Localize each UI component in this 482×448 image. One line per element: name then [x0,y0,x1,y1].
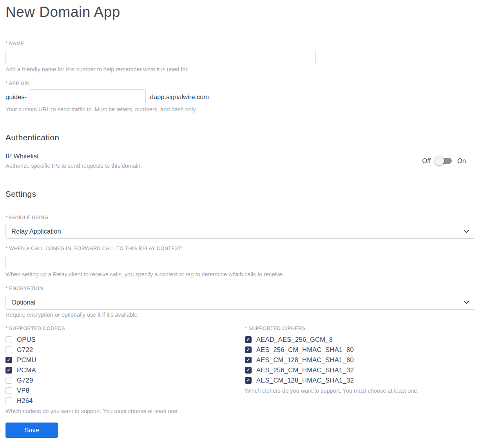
checkbox-checked-icon[interactable]: ✓ [245,357,252,363]
supported-ciphers-label: * SUPPORTED CIPHERS [245,326,475,331]
page-title: New Domain App [5,3,475,21]
settings-heading: Settings [5,189,475,199]
handle-using-label: * HANDLE USING [5,215,475,220]
app-url-suffix: .dapp.signalwire.com [148,93,209,101]
app-url-row: guides- .dapp.signalwire.com [5,89,475,104]
checkbox-unchecked-icon[interactable] [5,397,12,404]
name-input[interactable] [5,50,316,64]
relay-context-input[interactable] [5,255,475,269]
checkbox-checked-icon[interactable]: ✓ [5,357,12,363]
cipher-option[interactable]: ✓AES_256_CM_HMAC_SHA1_32 [245,365,475,375]
save-button[interactable]: Save [5,423,58,438]
toggle-off-label: Off [422,157,431,165]
chevron-down-icon [463,300,469,304]
checkbox-unchecked-icon[interactable] [5,336,12,343]
cipher-option-label: AES_256_CM_HMAC_SHA1_32 [256,366,354,374]
supported-codecs-label: * SUPPORTED CODECS [5,326,245,331]
ip-whitelist-toggle-group: Off On [422,157,475,165]
app-url-prefix: guides- [5,93,27,101]
codec-option-label: OPUS [17,336,36,343]
cipher-option[interactable]: ✓AES_CM_128_HMAC_SHA1_80 [245,355,475,365]
codec-option-label: VP8 [17,387,29,394]
supported-ciphers-section: * SUPPORTED CIPHERS ✓AEAD_AES_256_GCM_8✓… [245,326,475,414]
cipher-option[interactable]: ✓AES_256_CM_HMAC_SHA1_80 [245,345,475,355]
cipher-option-label: AEAD_AES_256_GCM_8 [256,336,333,343]
supported-codecs-section: * SUPPORTED CODECS OPUSG722✓PCMU✓PCMAG72… [5,326,245,414]
relay-context-helper: When setting up a Relay client to receiv… [5,271,475,278]
authentication-heading: Authentication [5,133,475,142]
checkbox-checked-icon[interactable]: ✓ [245,367,252,374]
ip-whitelist-label: IP Whitelist [5,152,142,160]
codec-option[interactable]: G729 [5,375,245,385]
codec-option-label: G722 [17,346,33,354]
codec-option-label: PCMU [17,356,36,364]
checkbox-checked-icon[interactable]: ✓ [245,336,252,343]
codec-option[interactable]: VP8 [5,385,245,395]
relay-context-label: * WHEN A CALL COMES IN, FORWARD CALL TO … [5,246,475,251]
encryption-helper: Require encryption or optionally use it … [5,312,475,318]
checkbox-checked-icon[interactable]: ✓ [5,367,12,374]
cipher-option[interactable]: ✓AEAD_AES_256_GCM_8 [245,334,475,345]
checkbox-unchecked-icon[interactable] [5,387,12,394]
app-url-field-label: * APP URL [5,81,475,86]
ip-whitelist-text: IP Whitelist Authorize specific IPs to s… [5,152,142,169]
cipher-option[interactable]: ✓AES_CM_128_HMAC_SHA1_32 [245,375,475,385]
encryption-selected-value: Optional [11,299,35,306]
handle-using-select[interactable]: Relay Application [5,224,475,239]
codec-option-label: H264 [17,397,33,404]
app-url-helper: Your custom URL to send traffic to. Must… [5,106,475,112]
checkbox-checked-icon[interactable]: ✓ [245,377,252,384]
codec-option[interactable]: ✓PCMU [5,355,245,365]
chevron-down-icon [463,229,469,233]
app-url-input[interactable] [29,89,146,104]
encryption-label: * ENCRYPTION [5,286,475,291]
codec-option-label: PCMA [17,366,36,374]
name-field-label: * NAME [5,41,475,46]
toggle-knob-icon[interactable] [435,156,444,165]
cipher-option-label: AES_CM_128_HMAC_SHA1_80 [256,356,354,364]
checkbox-unchecked-icon[interactable] [5,346,12,353]
codecs-helper: Which codecs do you want to support. You… [5,408,245,414]
codec-option[interactable]: H264 [5,395,245,406]
codec-option[interactable]: OPUS [5,334,245,345]
cipher-option-label: AES_CM_128_HMAC_SHA1_32 [256,377,354,384]
cipher-option-label: AES_256_CM_HMAC_SHA1_80 [256,346,354,354]
codec-option[interactable]: ✓PCMA [5,365,245,375]
ip-whitelist-row: IP Whitelist Authorize specific IPs to s… [5,152,475,169]
name-field-helper: Add a friendly name for this number to h… [5,66,475,73]
new-domain-app-form: New Domain App * NAME Add a friendly nam… [0,3,482,444]
checkbox-checked-icon[interactable]: ✓ [245,346,252,353]
codecs-ciphers-columns: * SUPPORTED CODECS OPUSG722✓PCMU✓PCMAG72… [5,326,475,414]
checkbox-unchecked-icon[interactable] [5,377,12,384]
codec-option[interactable]: G722 [5,345,245,355]
codecs-checklist: OPUSG722✓PCMU✓PCMAG729VP8H264 [5,334,245,406]
ip-whitelist-toggle[interactable] [436,158,452,164]
handle-using-selected-value: Relay Application [11,228,61,235]
ciphers-checklist: ✓AEAD_AES_256_GCM_8✓AES_256_CM_HMAC_SHA1… [245,334,475,385]
ciphers-helper: Which ciphers do you want to support. Yo… [245,388,475,394]
codec-option-label: G729 [17,377,33,384]
encryption-select[interactable]: Optional [5,295,475,310]
toggle-on-label: On [457,157,466,165]
ip-whitelist-description: Authorize specific IPs to send requests … [5,163,142,169]
